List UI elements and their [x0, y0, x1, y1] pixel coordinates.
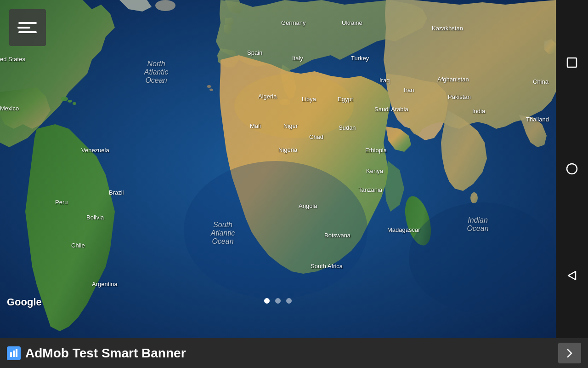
admob-text: AdMob Test Smart Banner [25, 346, 554, 361]
arrow-right-icon [564, 348, 575, 359]
menu-line-1 [18, 22, 37, 24]
dot-3[interactable] [286, 298, 292, 304]
map-svg [0, 0, 556, 338]
svg-rect-16 [10, 352, 12, 357]
home-button[interactable] [563, 160, 581, 178]
svg-marker-15 [568, 271, 576, 280]
svg-point-10 [234, 74, 354, 138]
svg-point-11 [184, 161, 368, 299]
svg-point-3 [73, 102, 76, 105]
svg-point-12 [409, 202, 556, 313]
svg-rect-13 [567, 58, 577, 67]
admob-icon [7, 346, 21, 360]
admob-logo-icon [9, 349, 18, 358]
admob-banner[interactable]: AdMob Test Smart Banner [0, 338, 588, 368]
dot-indicators [264, 298, 292, 304]
svg-point-7 [155, 0, 175, 11]
triangle-icon [565, 269, 578, 282]
menu-button[interactable] [9, 9, 46, 46]
circle-icon [565, 162, 578, 175]
svg-point-1 [61, 97, 68, 101]
square-icon [565, 56, 578, 69]
map-container[interactable]: ed States Mexico Venezuela Brazil Peru B… [0, 0, 556, 338]
svg-point-9 [209, 89, 213, 91]
menu-line-3 [18, 31, 37, 33]
menu-line-2 [17, 27, 30, 29]
svg-rect-17 [13, 351, 15, 357]
back-button[interactable] [563, 266, 581, 285]
admob-arrow-button[interactable] [558, 343, 581, 363]
svg-point-2 [68, 100, 72, 103]
svg-point-6 [470, 192, 478, 203]
dot-1[interactable] [264, 298, 270, 304]
svg-point-8 [207, 85, 211, 88]
svg-rect-18 [16, 349, 17, 357]
google-logo: Google [7, 296, 42, 308]
svg-point-14 [567, 164, 577, 174]
dot-2[interactable] [275, 298, 281, 304]
android-nav-sidebar [556, 0, 588, 338]
recent-apps-button[interactable] [563, 53, 581, 72]
